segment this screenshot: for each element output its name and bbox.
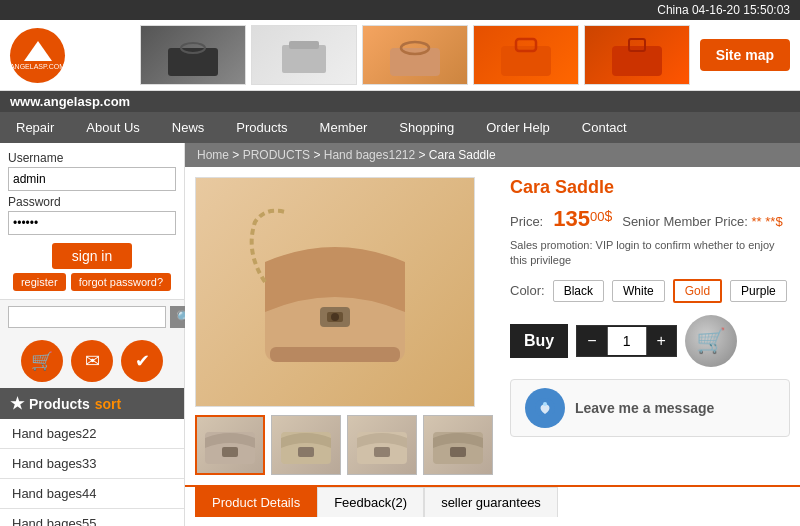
content-area: Home > PRODUCTS > Hand bages1212 > Cara … [185, 143, 800, 526]
header: ANGELASP.COM Site map [0, 20, 800, 91]
thumbnail-3[interactable] [347, 415, 417, 475]
list-item[interactable]: Hand bages55 [0, 509, 184, 526]
color-gold[interactable]: Gold [673, 279, 722, 303]
cart-icon[interactable]: 🛒 [21, 340, 63, 382]
logo-triangle [24, 41, 52, 61]
logo-area: ANGELASP.COM [10, 28, 140, 83]
price-main: 135 [553, 206, 590, 231]
banner-img-3 [362, 25, 468, 85]
tab-product-details[interactable]: Product Details [195, 487, 317, 517]
site-url-text: www.angelasp.com [10, 94, 130, 109]
senior-price-label: Senior Member Price: [622, 214, 748, 229]
message-box[interactable]: Leave me a message [510, 379, 790, 437]
svg-rect-4 [390, 48, 440, 76]
price-cents: 00 [590, 209, 604, 224]
products-sort-header: ★ Products sort [0, 388, 184, 419]
thumbnail-1[interactable] [195, 415, 265, 475]
site-url-bar: www.angelasp.com [0, 91, 800, 112]
tabs-area: Product Details Feedback(2) seller guara… [185, 485, 800, 526]
product-detail: Cara Saddle Price: 13500$ Senior Member … [510, 177, 790, 475]
quantity-control: − + [576, 325, 677, 357]
breadcrumb: Home > PRODUCTS > Hand bages1212 > Cara … [185, 143, 800, 167]
color-label: Color: [510, 283, 545, 298]
sidebar: Username Password sign in register forgo… [0, 143, 185, 526]
logo: ANGELASP.COM [10, 28, 65, 83]
datetime: China 04-16-20 15:50:03 [657, 3, 790, 17]
top-bar: China 04-16-20 15:50:03 [0, 0, 800, 20]
senior-price-value: ** **$ [752, 214, 783, 229]
tab-feedback[interactable]: Feedback(2) [317, 487, 424, 517]
product-images [195, 177, 495, 475]
message-label: Leave me a message [575, 400, 714, 416]
product-bag-svg [235, 202, 435, 382]
auth-links: register forgot password? [8, 273, 176, 291]
sidebar-icon-bar: 🛒 ✉ ✔ [0, 334, 184, 388]
color-black[interactable]: Black [553, 280, 604, 302]
price-amount: 13500$ [553, 206, 612, 232]
check-icon[interactable]: ✔ [121, 340, 163, 382]
qty-input[interactable] [607, 327, 647, 355]
nav-member[interactable]: Member [304, 112, 384, 143]
cart-button[interactable]: 🛒 [685, 315, 737, 367]
sort-label: sort [95, 396, 121, 412]
svg-rect-14 [270, 347, 400, 362]
forgot-password-button[interactable]: forgot password? [71, 273, 171, 291]
list-item[interactable]: Hand bages33 [0, 449, 184, 479]
qty-increase[interactable]: + [647, 326, 676, 356]
product-title: Cara Saddle [510, 177, 790, 198]
color-purple[interactable]: Purple [730, 280, 787, 302]
svg-point-24 [543, 402, 547, 406]
sitemap-button[interactable]: Site map [700, 39, 790, 71]
color-selector: Color: Black White Gold Purple [510, 279, 790, 303]
tab-seller-guarantees[interactable]: seller guarantees [424, 487, 558, 517]
list-item[interactable]: Hand bages44 [0, 479, 184, 509]
color-white[interactable]: White [612, 280, 665, 302]
products-label: Products [29, 396, 90, 412]
banner-img-2 [251, 25, 357, 85]
email-icon[interactable]: ✉ [71, 340, 113, 382]
breadcrumb-products[interactable]: PRODUCTS [243, 148, 310, 162]
main-product-image [195, 177, 475, 407]
message-icon [525, 388, 565, 428]
breadcrumb-category[interactable]: Hand bages1212 [324, 148, 415, 162]
price-label: Price: [510, 214, 543, 229]
svg-rect-18 [298, 447, 314, 457]
qty-decrease[interactable]: − [577, 326, 606, 356]
thumbnail-4[interactable] [423, 415, 493, 475]
login-form: Username Password sign in register forgo… [0, 143, 184, 300]
banner-img-4 [473, 25, 579, 85]
tab-content: product Description [195, 517, 790, 526]
logo-text: ANGELASP.COM [10, 63, 65, 70]
main-layout: Username Password sign in register forgo… [0, 143, 800, 526]
search-area: 🔍 [0, 300, 184, 334]
nav-about[interactable]: About Us [70, 112, 155, 143]
signin-button[interactable]: sign in [52, 243, 132, 269]
nav-bar: Repair About Us News Products Member Sho… [0, 112, 800, 143]
thumbnail-2[interactable] [271, 415, 341, 475]
senior-price: Senior Member Price: ** **$ [622, 214, 782, 229]
breadcrumb-home[interactable]: Home [197, 148, 229, 162]
nav-news[interactable]: News [156, 112, 221, 143]
nav-repair[interactable]: Repair [0, 112, 70, 143]
buy-button[interactable]: Buy [510, 324, 568, 358]
nav-shopping[interactable]: Shopping [383, 112, 470, 143]
banner-images [140, 25, 690, 85]
buy-row: Buy − + 🛒 [510, 315, 790, 367]
banner-img-5 [584, 25, 690, 85]
promo-text: Sales promotion: VIP login to confirm wh… [510, 238, 790, 269]
svg-rect-16 [222, 447, 238, 457]
price-currency: $ [604, 208, 612, 224]
breadcrumb-current: Cara Saddle [429, 148, 496, 162]
nav-orderhelp[interactable]: Order Help [470, 112, 566, 143]
username-input[interactable] [8, 167, 176, 191]
tabs: Product Details Feedback(2) seller guara… [195, 487, 790, 517]
product-area: Cara Saddle Price: 13500$ Senior Member … [185, 167, 800, 485]
thumbnail-images [195, 415, 495, 475]
password-input[interactable] [8, 211, 176, 235]
search-input[interactable] [8, 306, 166, 328]
register-button[interactable]: register [13, 273, 66, 291]
nav-products[interactable]: Products [220, 112, 303, 143]
nav-contact[interactable]: Contact [566, 112, 643, 143]
svg-point-13 [331, 313, 339, 321]
list-item[interactable]: Hand bages22 [0, 419, 184, 449]
